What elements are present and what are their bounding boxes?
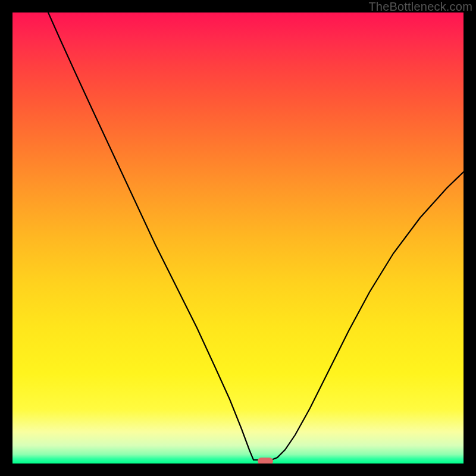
- optimal-marker: [258, 458, 273, 464]
- attribution-text: TheBottleneck.com: [368, 0, 472, 14]
- bottleneck-curve: [12, 12, 464, 464]
- plot-area: [12, 12, 464, 464]
- chart-frame: TheBottleneck.com: [0, 0, 476, 476]
